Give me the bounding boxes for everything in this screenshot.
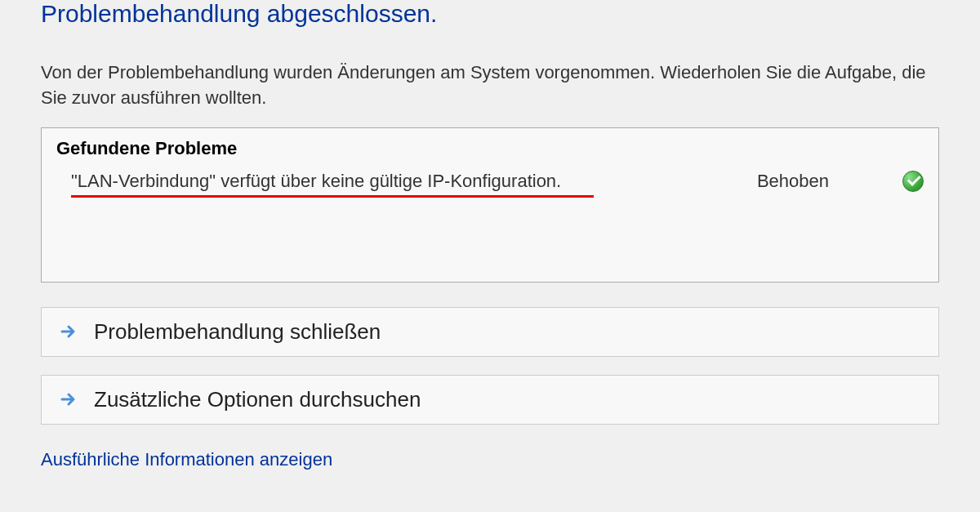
problem-row: "LAN-Verbindung" verfügt über keine gült…: [56, 167, 924, 195]
detailed-info-link[interactable]: Ausführliche Informationen anzeigen: [41, 443, 939, 470]
description-text: Von der Problembehandlung wurden Änderun…: [41, 60, 939, 111]
arrow-right-icon: [58, 321, 79, 342]
option-label: Problembehandlung schließen: [94, 319, 381, 345]
problem-status: Behoben: [757, 171, 829, 192]
option-label: Zusätzliche Optionen durchsuchen: [94, 387, 421, 412]
check-icon: [902, 171, 924, 192]
page-title: Problembehandlung abgeschlossen.: [41, 0, 939, 28]
close-troubleshooter-button[interactable]: Problembehandlung schließen: [41, 307, 939, 357]
highlight-underline: [71, 195, 594, 198]
problems-box: Gefundene Probleme "LAN-Verbindung" verf…: [41, 127, 939, 283]
arrow-right-icon: [58, 389, 79, 410]
problem-text: "LAN-Verbindung" verfügt über keine gült…: [71, 171, 561, 191]
problems-header: Gefundene Probleme: [56, 138, 924, 159]
explore-additional-options-button[interactable]: Zusätzliche Optionen durchsuchen: [41, 375, 939, 425]
